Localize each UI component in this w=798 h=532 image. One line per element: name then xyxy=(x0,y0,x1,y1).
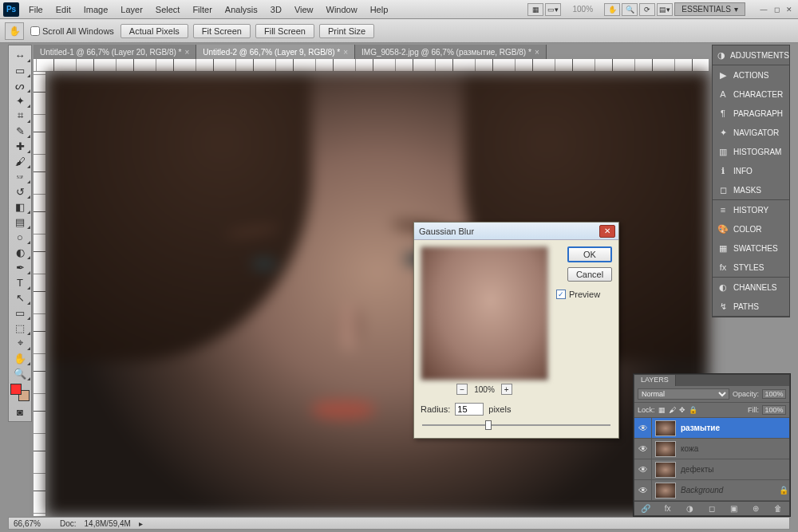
menu-layer[interactable]: Layer xyxy=(114,2,149,17)
tool-3d-cam[interactable]: ⌖ xyxy=(10,336,30,350)
window-restore-icon[interactable]: ◻ xyxy=(771,5,782,14)
layer-thumbnail[interactable] xyxy=(655,441,676,457)
tool-3d[interactable]: ⬚ xyxy=(10,321,30,335)
tool-type[interactable]: T xyxy=(10,275,30,290)
panel-channels[interactable]: ◐CHANNELS xyxy=(713,278,789,297)
tool-path-sel[interactable]: ↖ xyxy=(10,290,30,305)
lock-transparency-icon[interactable]: ▦ xyxy=(658,406,666,414)
tool-stamp[interactable]: ⎃ xyxy=(10,169,30,183)
opacity-value[interactable]: 100% xyxy=(762,389,786,399)
tool-dodge[interactable]: ◐ xyxy=(10,245,30,259)
dialog-titlebar[interactable]: Gaussian Blur ✕ xyxy=(414,223,618,240)
visibility-icon[interactable]: 👁 xyxy=(634,459,652,479)
doc-tab[interactable]: Untitled-2 @ 66,7% (Layer 9, RGB/8) *× xyxy=(196,45,355,59)
current-tool-icon[interactable]: ✋ xyxy=(5,22,24,40)
tab-close-icon[interactable]: × xyxy=(184,48,189,57)
doc-tab[interactable]: IMG_9058-2.jpg @ 66,7% (размытие, RGB/8)… xyxy=(355,45,547,59)
panel-masks[interactable]: ◻MASKS xyxy=(713,180,789,199)
tab-close-icon[interactable]: × xyxy=(535,48,539,57)
layer-thumbnail[interactable] xyxy=(655,420,676,436)
scroll-all-checkbox[interactable]: Scroll All Windows xyxy=(30,26,114,36)
layers-action-4[interactable]: ▣ xyxy=(728,504,741,513)
layer-thumbnail[interactable] xyxy=(655,462,676,478)
panel-styles[interactable]: fxSTYLES xyxy=(713,258,789,277)
lock-position-icon[interactable]: ✥ xyxy=(679,406,685,414)
blend-mode-select[interactable]: Normal xyxy=(638,388,729,400)
cancel-button[interactable]: Cancel xyxy=(567,267,612,282)
menu-3d[interactable]: 3D xyxy=(264,2,288,17)
preview-checkbox[interactable]: ✓Preview xyxy=(556,290,600,299)
tool-gradient[interactable]: ▤ xyxy=(10,215,30,229)
panel-color[interactable]: 🎨COLOR xyxy=(713,219,789,238)
tool-zoom[interactable]: 🔍 xyxy=(10,366,30,380)
menu-select[interactable]: Select xyxy=(149,2,187,17)
panel-navigator[interactable]: ✦NAVIGATOR xyxy=(713,123,789,142)
tool-eyedrop[interactable]: ✎ xyxy=(10,124,30,138)
doc-tab[interactable]: Untitled-1 @ 66,7% (Layer 20, RGB/8) *× xyxy=(34,45,196,59)
layer-row[interactable]: 👁дефекты xyxy=(634,459,789,480)
window-min-icon[interactable]: — xyxy=(758,5,769,14)
tool-history-brush[interactable]: ↺ xyxy=(10,184,30,199)
layer-thumbnail[interactable] xyxy=(655,483,676,499)
menu-window[interactable]: Window xyxy=(320,2,364,17)
layers-action-0[interactable]: 🔗 xyxy=(639,504,652,513)
panel-actions[interactable]: ▶ACTIONS xyxy=(713,65,789,85)
ok-button[interactable]: OK xyxy=(567,246,612,262)
rotate-view-icon[interactable]: ⟳ xyxy=(639,3,655,16)
status-dropdown-icon[interactable]: ▸ xyxy=(139,519,143,528)
menu-analysis[interactable]: Analysis xyxy=(219,2,264,17)
lock-pixels-icon[interactable]: 🖌 xyxy=(669,406,676,414)
options-actual-pixels[interactable]: Actual Pixels xyxy=(120,24,188,38)
dialog-zoom-in[interactable]: + xyxy=(501,384,512,395)
layers-tab[interactable]: LAYERS xyxy=(634,375,676,386)
layers-action-5[interactable]: ⊕ xyxy=(749,504,762,513)
tool-brush[interactable]: 🖌 xyxy=(10,154,30,168)
options-fit-screen[interactable]: Fit Screen xyxy=(193,24,251,38)
visibility-icon[interactable]: 👁 xyxy=(634,418,652,438)
quickmask-icon[interactable]: ◙ xyxy=(10,404,30,419)
screen-mode-icon[interactable]: ▭▾ xyxy=(545,3,561,16)
hand-tool-icon[interactable]: ✋ xyxy=(604,3,620,16)
menu-file[interactable]: File xyxy=(22,2,49,17)
menu-view[interactable]: View xyxy=(288,2,320,17)
panel-paths[interactable]: ↯PATHS xyxy=(713,297,789,316)
layers-action-3[interactable]: ◻ xyxy=(705,504,718,513)
color-swatches[interactable] xyxy=(10,384,30,401)
panel-histogram[interactable]: ▥HISTOGRAM xyxy=(713,142,789,161)
dialog-preview[interactable] xyxy=(421,246,548,380)
status-zoom[interactable]: 66,67% xyxy=(14,519,52,528)
tool-wand[interactable]: ✦ xyxy=(10,93,30,108)
tool-move[interactable]: ↔ xyxy=(10,48,30,62)
tool-shape[interactable]: ▭ xyxy=(10,305,30,320)
lock-all-icon[interactable]: 🔒 xyxy=(689,406,697,414)
radius-slider[interactable] xyxy=(422,420,610,430)
menu-image[interactable]: Image xyxy=(77,2,115,17)
panel-history[interactable]: ≡HISTORY xyxy=(713,200,789,219)
tab-close-icon[interactable]: × xyxy=(343,48,348,57)
panel-info[interactable]: ℹINFO xyxy=(713,161,789,180)
window-close-icon[interactable]: ✕ xyxy=(784,5,795,14)
workspace-switcher[interactable]: ESSENTIALS▾ xyxy=(674,2,745,16)
visibility-icon[interactable]: 👁 xyxy=(634,480,652,500)
visibility-icon[interactable]: 👁 xyxy=(634,439,652,459)
tool-blur[interactable]: ○ xyxy=(10,230,30,244)
tool-pen[interactable]: ✒ xyxy=(10,260,30,274)
layer-row[interactable]: 👁Background🔒 xyxy=(634,480,789,501)
panel-swatches[interactable]: ▦SWATCHES xyxy=(713,238,789,258)
panel-adjustments[interactable]: ◑ADJUSTMENTS xyxy=(713,45,789,65)
options-fill-screen[interactable]: Fill Screen xyxy=(255,24,314,38)
arrange-docs-icon[interactable]: ▤▾ xyxy=(657,3,673,16)
options-print-size[interactable]: Print Size xyxy=(319,24,374,38)
layers-action-1[interactable]: fx xyxy=(662,504,674,513)
layer-row[interactable]: 👁размытие xyxy=(634,418,789,439)
menu-filter[interactable]: Filter xyxy=(186,2,218,17)
tool-heal[interactable]: ✚ xyxy=(10,139,30,153)
dialog-close-icon[interactable]: ✕ xyxy=(599,225,615,238)
menu-help[interactable]: Help xyxy=(364,2,395,17)
fill-value[interactable]: 100% xyxy=(762,405,786,415)
radius-input[interactable] xyxy=(455,403,484,416)
layers-action-2[interactable]: ◑ xyxy=(683,504,696,513)
tool-hand[interactable]: ✋ xyxy=(10,351,30,365)
tool-crop[interactable]: ⌗ xyxy=(10,108,30,123)
tool-marquee[interactable]: ▭ xyxy=(10,63,30,77)
